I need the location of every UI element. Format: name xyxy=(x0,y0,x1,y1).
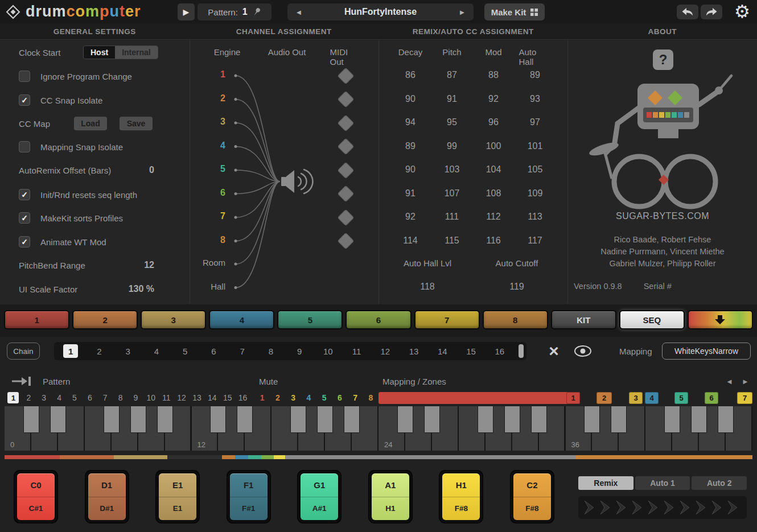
zone-5-handle[interactable]: 5 xyxy=(674,392,688,404)
black-key[interactable] xyxy=(504,406,520,433)
pad-H1[interactable]: H1F#8 xyxy=(439,471,483,523)
chain-slot-5[interactable]: 5 xyxy=(171,347,199,356)
channel-button-mix[interactable] xyxy=(688,310,753,329)
animate-wt-checkbox[interactable]: ✓ xyxy=(19,236,30,248)
tab-about[interactable]: ABOUT xyxy=(568,24,757,39)
cc-pitch-value-1[interactable]: 87 xyxy=(447,70,457,80)
help-button[interactable]: ? xyxy=(653,50,673,70)
chain-slot-10[interactable]: 10 xyxy=(314,347,342,356)
black-key[interactable] xyxy=(210,406,226,433)
chain-slot-2[interactable]: 2 xyxy=(85,347,113,356)
chain-slot-6[interactable]: 6 xyxy=(199,347,228,356)
black-key[interactable] xyxy=(157,406,173,433)
cc-pitch-value-8[interactable]: 115 xyxy=(445,236,459,246)
chain-slot-13[interactable]: 13 xyxy=(400,347,428,356)
mute-channel-5[interactable]: 5 xyxy=(316,391,332,404)
serial-text[interactable]: Serial # xyxy=(644,282,672,291)
black-key[interactable] xyxy=(664,406,680,433)
channel-button-kit[interactable]: KIT xyxy=(551,310,616,329)
pad-G1[interactable]: G1A#1 xyxy=(298,471,341,523)
cc-mod-value-5[interactable]: 104 xyxy=(486,164,501,175)
pattern-step-5[interactable]: 5 xyxy=(67,391,83,404)
cc-auto_hall-value-7[interactable]: 113 xyxy=(528,212,542,222)
black-key[interactable] xyxy=(290,406,306,433)
pattern-step-11[interactable]: 11 xyxy=(159,391,174,404)
cc-decay-value-6[interactable]: 91 xyxy=(405,188,415,199)
ignore-program-change-checkbox[interactable] xyxy=(19,71,30,82)
cc-auto_hall-value-1[interactable]: 89 xyxy=(530,70,540,80)
zone-7-handle[interactable]: 7 xyxy=(737,392,752,404)
chain-scroll-handle[interactable] xyxy=(519,344,524,358)
website-link[interactable]: SUGAR-BYTES.COM xyxy=(568,211,757,221)
tab-remix-auto-cc-assignment[interactable]: REMIX/AUTO CC ASSIGNMENT xyxy=(378,24,568,39)
chain-slot-11[interactable]: 11 xyxy=(343,347,371,356)
zone-2-handle[interactable]: 2 xyxy=(596,392,612,404)
black-key[interactable] xyxy=(424,406,440,433)
cc-mod-value-8[interactable]: 116 xyxy=(486,236,501,246)
cc-mod-value-3[interactable]: 96 xyxy=(488,117,499,127)
cc-mod-value-2[interactable]: 92 xyxy=(488,94,499,104)
mute-channel-3[interactable]: 3 xyxy=(286,391,301,404)
preset-next-button[interactable]: ► xyxy=(451,8,474,17)
tab-general-settings[interactable]: GENERAL SETTINGS xyxy=(0,24,190,39)
undo-button[interactable] xyxy=(677,5,698,19)
pad-E1[interactable]: E1E1 xyxy=(156,471,199,523)
cc-decay-value-1[interactable]: 86 xyxy=(405,70,415,80)
chain-slot-7[interactable]: 7 xyxy=(228,347,257,356)
pattern-step-3[interactable]: 3 xyxy=(36,391,52,404)
cc-auto_hall-value-8[interactable]: 117 xyxy=(528,236,542,246)
cc-pitch-value-7[interactable]: 111 xyxy=(445,212,459,222)
auto-progress-bar[interactable] xyxy=(578,496,747,519)
black-key[interactable] xyxy=(611,406,627,433)
pattern-step-6[interactable]: 6 xyxy=(82,391,97,404)
black-key[interactable] xyxy=(397,406,413,433)
pattern-step-13[interactable]: 13 xyxy=(190,391,205,404)
cc-map-load-button[interactable]: Load xyxy=(74,117,107,130)
play-button[interactable]: ▶ xyxy=(178,3,195,20)
make-kit-button[interactable]: Make Kit xyxy=(484,3,545,20)
cc-pitch-value-3[interactable]: 95 xyxy=(447,117,457,127)
black-key[interactable] xyxy=(691,406,707,433)
black-key[interactable] xyxy=(344,406,360,433)
auto-hall-lvl-value[interactable]: 118 xyxy=(420,282,435,292)
chain-slot-1[interactable]: 1 xyxy=(56,344,85,358)
mute-channel-4[interactable]: 4 xyxy=(301,391,316,404)
black-key[interactable] xyxy=(23,406,39,433)
pad-C0[interactable]: C0C#1 xyxy=(14,471,57,523)
pattern-step-10[interactable]: 10 xyxy=(143,391,159,404)
channel-button-2[interactable]: 2 xyxy=(72,310,138,329)
cc-decay-value-2[interactable]: 90 xyxy=(405,94,415,104)
pattern-step-1[interactable]: 1 xyxy=(6,391,21,404)
pattern-selector[interactable]: Pattern: 1 xyxy=(198,3,271,20)
auto-1-button[interactable]: Auto 1 xyxy=(635,476,690,490)
mute-channel-7[interactable]: 7 xyxy=(348,391,363,404)
ui-scale-value[interactable]: 130 % xyxy=(120,284,154,294)
clock-start-option-host[interactable]: Host xyxy=(84,46,115,59)
mute-channel-8[interactable]: 8 xyxy=(363,391,378,404)
chain-slot-9[interactable]: 9 xyxy=(285,347,314,356)
cc-map-save-button[interactable]: Save xyxy=(120,117,153,130)
pattern-step-9[interactable]: 9 xyxy=(128,391,143,404)
mute-channel-2[interactable]: 2 xyxy=(270,391,285,404)
chain-slot-8[interactable]: 8 xyxy=(257,347,285,356)
chain-button[interactable]: Chain xyxy=(7,343,40,360)
pattern-step-8[interactable]: 8 xyxy=(113,391,128,404)
pin-icon[interactable] xyxy=(252,7,261,17)
black-key[interactable] xyxy=(130,406,146,433)
pattern-step-7[interactable]: 7 xyxy=(97,391,113,404)
zones-prev-button[interactable]: ◄ xyxy=(726,377,733,386)
channel-button-1[interactable]: 1 xyxy=(4,310,69,329)
chain-slot-12[interactable]: 12 xyxy=(371,347,400,356)
channel-button-3[interactable]: 3 xyxy=(141,310,206,329)
mapping-snap-isolate-checkbox[interactable] xyxy=(19,141,30,152)
zone-4-handle[interactable]: 4 xyxy=(645,392,659,404)
cc-auto_hall-value-6[interactable]: 109 xyxy=(528,188,543,199)
zone-6-handle[interactable]: 6 xyxy=(705,392,718,404)
auto-2-button[interactable]: Auto 2 xyxy=(692,476,747,490)
cc-snap-isolate-checkbox[interactable]: ✓ xyxy=(19,94,30,106)
cc-decay-value-4[interactable]: 89 xyxy=(405,141,415,151)
cc-decay-value-7[interactable]: 92 xyxy=(405,212,415,222)
black-key[interactable] xyxy=(317,406,333,433)
cc-pitch-value-2[interactable]: 91 xyxy=(447,94,457,104)
mute-channel-6[interactable]: 6 xyxy=(332,391,347,404)
